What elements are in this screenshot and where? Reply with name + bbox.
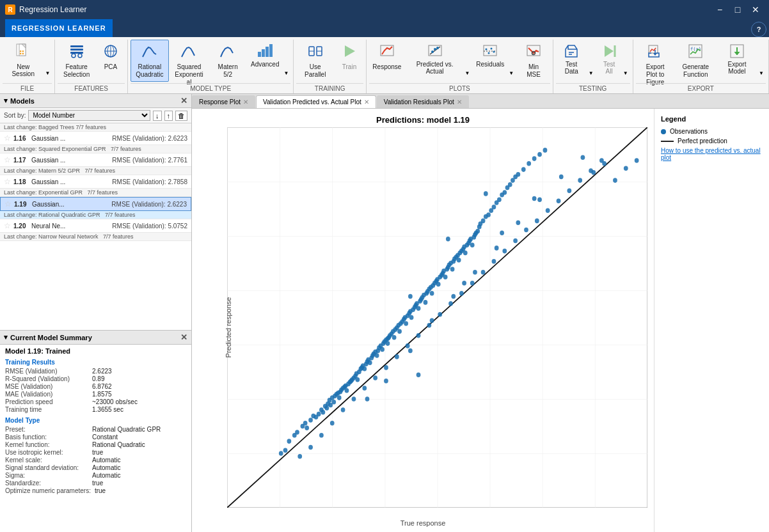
train-icon <box>341 43 358 62</box>
svg-point-217 <box>537 152 542 157</box>
predicted-vs-actual-button[interactable]: Predicted vs. Actual <box>406 40 464 82</box>
models-panel-close[interactable]: ✕ <box>180 96 187 106</box>
response-button[interactable]: Response <box>369 40 405 82</box>
ribbon-group-export-items: Export Plot to Figure f(x) Generate Func… <box>636 40 766 82</box>
sort-select[interactable]: Model Number <box>28 110 150 121</box>
svg-point-113 <box>362 366 367 372</box>
export-model-button[interactable]: Export Model <box>717 40 757 82</box>
legend-line-prediction <box>661 141 674 142</box>
test-data-dropdown[interactable]: ▼ <box>587 40 596 82</box>
new-session-dropdown[interactable]: ▼ <box>44 40 52 82</box>
new-session-button[interactable]: New Session <box>3 40 44 82</box>
predicted-vs-actual-dropdown[interactable]: ▼ <box>463 40 472 82</box>
export-plot-button[interactable]: Export Plot to Figure <box>636 40 675 82</box>
svg-marker-40 <box>566 45 577 57</box>
export-model-dropdown[interactable]: ▼ <box>757 40 766 82</box>
star-1-18[interactable]: ☆ <box>4 177 11 186</box>
rational-quadratic-button[interactable]: Rational Quadratic <box>131 40 169 82</box>
model-type-title: Model Type <box>5 417 186 424</box>
summary-collapse-icon[interactable]: ▾ <box>4 333 8 341</box>
generate-function-button[interactable]: f(x) Generate Function <box>676 40 715 82</box>
maximize-button[interactable]: □ <box>729 3 746 16</box>
plot-area: Predictions: model 1.19 Predicted respon… <box>192 109 769 532</box>
model-row-1-18[interactable]: ☆ 1.18 Gaussian ... RMSE (Validation): 2… <box>0 175 191 189</box>
svg-point-30 <box>434 48 436 51</box>
star-1-19[interactable]: ☆ <box>4 199 12 208</box>
metric-rmse: RMSE (Validation) 2.6223 <box>5 368 186 375</box>
legend-link[interactable]: How to use the predicted vs. actual plot <box>661 147 763 161</box>
model-row-1-16[interactable]: ☆ 1.16 Gaussian ... RMSE (Validation): 2… <box>0 132 191 145</box>
chart-title: Predictions: model 1.19 <box>198 115 647 125</box>
plot-tabs: Response Plot ✕ Validation Predicted vs.… <box>192 94 769 109</box>
pca-button[interactable]: PCA <box>97 40 125 82</box>
min-mse-button[interactable]: Min MSE <box>517 40 550 82</box>
svg-point-258 <box>546 208 550 214</box>
tab-predicted-actual-label: Validation Predicted vs. Actual Plot <box>263 98 361 106</box>
sort-asc-button[interactable]: ↓ <box>153 111 162 121</box>
svg-point-85 <box>324 405 329 411</box>
export-plot-icon <box>647 43 663 62</box>
collapse-icon[interactable]: ▾ <box>4 97 8 105</box>
last-change-1-17: Last change: Matern 5/2 GPR 7/7 features <box>0 167 191 175</box>
svg-point-29 <box>431 51 434 53</box>
ribbon-group-export: Export Plot to Figure f(x) Generate Func… <box>633 40 769 93</box>
legend-help-link[interactable]: How to use the predicted vs. actual plot <box>661 147 761 161</box>
star-1-17[interactable]: ☆ <box>4 155 11 164</box>
svg-rect-9 <box>70 49 83 51</box>
residuals-button[interactable]: Residuals <box>473 40 507 82</box>
train-button[interactable]: Train <box>335 40 363 82</box>
close-button[interactable]: ✕ <box>747 3 764 16</box>
svg-point-204 <box>492 205 496 210</box>
residuals-dropdown[interactable]: ▼ <box>507 40 516 82</box>
tab-residuals-plot-close[interactable]: ✕ <box>457 98 462 106</box>
svg-point-72 <box>283 448 288 453</box>
svg-point-268 <box>532 196 537 201</box>
tab-response-plot-label: Response Plot <box>199 98 241 106</box>
tab-residuals-plot[interactable]: Validation Residuals Plot ✕ <box>377 95 469 108</box>
squared-exponential-button[interactable]: Squared Exponential <box>170 40 209 82</box>
last-change-bagged: Last change: Bagged Trees 7/7 features <box>0 123 191 132</box>
tab-predicted-actual[interactable]: Validation Predicted vs. Actual Plot ✕ <box>256 95 376 108</box>
minimize-button[interactable]: − <box>711 3 728 16</box>
window-title: Regression Learner <box>19 5 711 14</box>
app-icon: R <box>5 4 15 15</box>
legend-observations: Observations <box>661 128 763 135</box>
summary-header: ▾ Current Model Summary ✕ <box>0 331 191 345</box>
residuals-label: Residuals <box>476 61 504 68</box>
test-all-button[interactable]: Test All <box>597 40 622 82</box>
detail-preset-key: Preset: <box>5 426 88 433</box>
test-all-dropdown[interactable]: ▼ <box>622 40 630 82</box>
advanced-button[interactable]: Advanced <box>248 40 282 82</box>
tab-predicted-actual-close[interactable]: ✕ <box>364 98 369 106</box>
svg-point-255 <box>513 239 518 244</box>
test-data-button[interactable]: Test Data <box>556 40 587 82</box>
tab-response-plot[interactable]: Response Plot ✕ <box>192 95 255 108</box>
generate-function-label: Generate Function <box>681 63 711 79</box>
delete-button[interactable]: 🗑 <box>175 111 187 121</box>
model-row-1-20[interactable]: ☆ 1.20 Neural Ne... RMSE (Validation): 5… <box>0 219 191 233</box>
star-1-16[interactable]: ☆ <box>4 134 11 143</box>
model-row-1-19[interactable]: ☆ 1.19 Gaussian... RMSE (Validation): 2.… <box>0 197 191 211</box>
svg-point-232 <box>613 178 617 183</box>
svg-point-259 <box>557 198 561 203</box>
summary-panel-close[interactable]: ✕ <box>180 332 187 342</box>
feature-selection-icon <box>68 43 85 62</box>
svg-point-173 <box>443 274 448 279</box>
svg-point-226 <box>516 220 520 225</box>
feature-selection-button[interactable]: Feature Selection <box>58 40 95 82</box>
svg-point-218 <box>543 148 548 153</box>
advanced-dropdown[interactable]: ▼ <box>282 40 290 82</box>
svg-point-264 <box>386 336 390 341</box>
svg-text:f(x): f(x) <box>690 47 701 52</box>
model-row-1-17[interactable]: ☆ 1.17 Gaussian ... RMSE (Validation): 2… <box>0 153 191 167</box>
matern-button[interactable]: Matern 5/2 <box>209 40 246 82</box>
tab-response-plot-close[interactable]: ✕ <box>243 98 248 106</box>
use-parallel-button[interactable]: Use Parallel <box>296 40 334 82</box>
star-1-20[interactable]: ☆ <box>4 221 11 230</box>
detail-kernel-scale-key: Kernel scale: <box>5 457 88 464</box>
help-button[interactable]: ? <box>751 22 766 37</box>
test-all-label: Test All <box>600 61 619 75</box>
residuals-icon <box>482 43 498 61</box>
svg-point-244 <box>395 354 399 359</box>
sort-desc-button[interactable]: ↑ <box>164 111 173 121</box>
